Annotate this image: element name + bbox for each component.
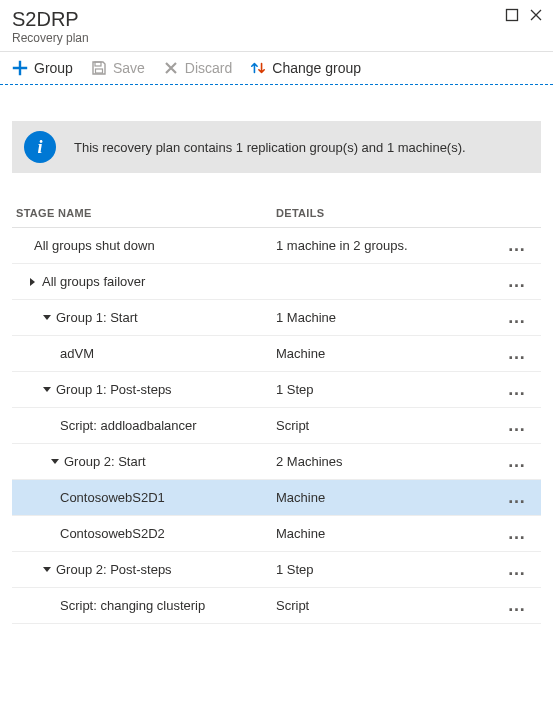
discard-label: Discard <box>185 60 232 76</box>
details-cell: Machine <box>276 490 497 505</box>
info-text: This recovery plan contains 1 replicatio… <box>74 140 466 155</box>
table-row[interactable]: ContosowebS2D1Machine… <box>12 480 541 516</box>
details-cell: 1 Machine <box>276 310 497 325</box>
swap-icon <box>250 60 266 76</box>
row-more-button[interactable]: … <box>497 379 537 400</box>
row-more-button[interactable]: … <box>497 451 537 472</box>
table-row[interactable]: Group 2: Start2 Machines… <box>12 444 541 480</box>
maximize-icon[interactable] <box>505 8 519 22</box>
stage-cell: Group 2: Start <box>16 454 276 469</box>
info-icon: i <box>24 131 56 163</box>
discard-button[interactable]: Discard <box>163 60 232 76</box>
table-row[interactable]: Script: addloadbalancerScript… <box>12 408 541 444</box>
details-cell: Script <box>276 598 497 613</box>
stage-cell: All groups failover <box>16 274 276 289</box>
stages-table: STAGE NAME DETAILS All groups shut down1… <box>0 199 553 624</box>
stage-cell: Group 1: Post-steps <box>16 382 276 397</box>
stage-cell: Script: addloadbalancer <box>16 418 276 433</box>
col-details: DETAILS <box>276 207 497 219</box>
table-row[interactable]: adVMMachine… <box>12 336 541 372</box>
row-more-button[interactable]: … <box>497 415 537 436</box>
details-cell: Machine <box>276 526 497 541</box>
stage-cell: ContosowebS2D2 <box>16 526 276 541</box>
col-stage: STAGE NAME <box>16 207 276 219</box>
row-more-button[interactable]: … <box>497 487 537 508</box>
table-row[interactable]: Group 1: Start1 Machine… <box>12 300 541 336</box>
add-group-button[interactable]: Group <box>12 60 73 76</box>
stage-cell: All groups shut down <box>16 238 276 253</box>
toolbar: Group Save Discard Change group <box>0 52 553 85</box>
stage-label: Script: changing clusterip <box>60 598 205 613</box>
group-label: Group <box>34 60 73 76</box>
details-cell: 1 machine in 2 groups. <box>276 238 497 253</box>
plus-icon <box>12 60 28 76</box>
stage-cell: adVM <box>16 346 276 361</box>
stage-label: Group 2: Post-steps <box>56 562 172 577</box>
row-more-button[interactable]: … <box>497 307 537 328</box>
svg-rect-0 <box>507 10 518 21</box>
details-cell: 1 Step <box>276 562 497 577</box>
stage-label: Group 2: Start <box>64 454 146 469</box>
stage-label: All groups shut down <box>34 238 155 253</box>
stage-label: Script: addloadbalancer <box>60 418 197 433</box>
stage-label: ContosowebS2D1 <box>60 490 165 505</box>
row-more-button[interactable]: … <box>497 271 537 292</box>
discard-icon <box>163 60 179 76</box>
table-header: STAGE NAME DETAILS <box>12 199 541 228</box>
stage-cell: ContosowebS2D1 <box>16 490 276 505</box>
caret-down-icon[interactable] <box>42 314 52 322</box>
row-more-button[interactable]: … <box>497 235 537 256</box>
caret-right-icon[interactable] <box>28 277 38 287</box>
page-title: S2DRP <box>12 8 541 31</box>
close-icon[interactable] <box>529 8 543 22</box>
stage-label: ContosowebS2D2 <box>60 526 165 541</box>
stage-label: Group 1: Start <box>56 310 138 325</box>
table-row[interactable]: ContosowebS2D2Machine… <box>12 516 541 552</box>
save-label: Save <box>113 60 145 76</box>
stage-cell: Group 2: Post-steps <box>16 562 276 577</box>
row-more-button[interactable]: … <box>497 559 537 580</box>
caret-down-icon[interactable] <box>50 458 60 466</box>
info-banner: i This recovery plan contains 1 replicat… <box>12 121 541 173</box>
stage-label: Group 1: Post-steps <box>56 382 172 397</box>
details-cell: 2 Machines <box>276 454 497 469</box>
details-cell: Script <box>276 418 497 433</box>
change-group-label: Change group <box>272 60 361 76</box>
change-group-button[interactable]: Change group <box>250 60 361 76</box>
row-more-button[interactable]: … <box>497 343 537 364</box>
stage-cell: Script: changing clusterip <box>16 598 276 613</box>
save-icon <box>91 60 107 76</box>
svg-rect-1 <box>95 62 101 66</box>
details-cell: 1 Step <box>276 382 497 397</box>
caret-down-icon[interactable] <box>42 566 52 574</box>
details-cell: Machine <box>276 346 497 361</box>
blade-header: S2DRP Recovery plan <box>0 0 553 52</box>
row-more-button[interactable]: … <box>497 595 537 616</box>
save-button[interactable]: Save <box>91 60 145 76</box>
table-row[interactable]: Script: changing clusteripScript… <box>12 588 541 624</box>
stage-label: All groups failover <box>42 274 145 289</box>
table-row[interactable]: Group 1: Post-steps1 Step… <box>12 372 541 408</box>
caret-down-icon[interactable] <box>42 386 52 394</box>
svg-rect-2 <box>95 69 102 73</box>
table-row[interactable]: All groups shut down1 machine in 2 group… <box>12 228 541 264</box>
table-row[interactable]: All groups failover… <box>12 264 541 300</box>
page-subtitle: Recovery plan <box>12 31 541 45</box>
stage-cell: Group 1: Start <box>16 310 276 325</box>
row-more-button[interactable]: … <box>497 523 537 544</box>
stage-label: adVM <box>60 346 94 361</box>
table-row[interactable]: Group 2: Post-steps1 Step… <box>12 552 541 588</box>
